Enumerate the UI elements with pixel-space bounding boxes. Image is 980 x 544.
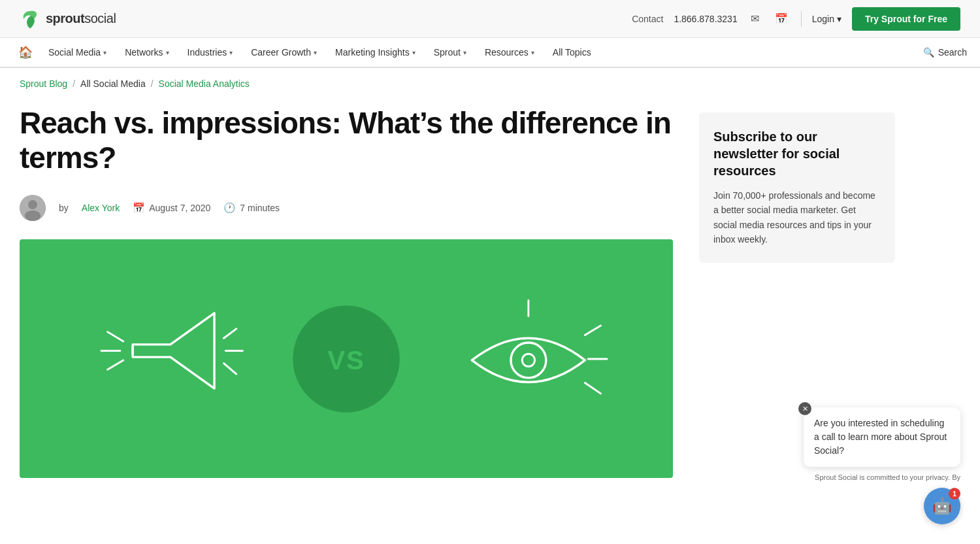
- chevron-down-icon: ▾: [463, 49, 466, 56]
- chevron-down-icon: ▾: [166, 49, 169, 56]
- newsletter-description: Join 70,000+ professionals and become a …: [713, 188, 881, 247]
- calendar-icon-button[interactable]: 📅: [772, 10, 791, 27]
- logo-text: sproutsocial: [46, 11, 116, 26]
- contact-label: Contact: [632, 14, 663, 24]
- chevron-down-icon: ▾: [837, 14, 841, 24]
- search-icon: 🔍: [923, 47, 934, 58]
- newsletter-title: Subscribe to our newsletter for social r…: [713, 128, 881, 179]
- article-main: Reach vs. impressions: What’s the differ…: [20, 106, 673, 478]
- nav-bar: 🏠 Social Media ▾ Networks ▾ Industries ▾…: [0, 38, 980, 68]
- chat-open-button[interactable]: 🤖 1: [924, 488, 960, 498]
- breadcrumb: Sprout Blog / All Social Media / Social …: [0, 68, 980, 99]
- calendar-icon: 📅: [133, 202, 145, 214]
- top-right-actions: Contact 1.866.878.3231 ✉ 📅 Login ▾ Try S…: [632, 7, 960, 31]
- svg-text:VS: VS: [327, 345, 365, 375]
- article-title: Reach vs. impressions: What’s the differ…: [20, 106, 673, 175]
- hero-image: VS: [20, 239, 673, 478]
- nav-item-resources[interactable]: Resources ▾: [477, 37, 542, 67]
- chat-privacy-text: Sprout Social is committed to your priva…: [815, 473, 960, 481]
- chevron-down-icon: ▾: [229, 49, 233, 56]
- chat-bot-icon: 🤖: [932, 497, 952, 498]
- article-date: 📅 August 7, 2020: [133, 202, 210, 214]
- chevron-down-icon: ▾: [531, 49, 534, 56]
- chat-bubble-text: Are you interested in scheduling a call …: [814, 418, 947, 456]
- chat-close-button[interactable]: ✕: [798, 402, 811, 415]
- author-avatar: [20, 195, 46, 221]
- logo[interactable]: sproutsocial: [20, 8, 116, 29]
- article-area: Reach vs. impressions: What’s the differ…: [0, 99, 915, 498]
- nav-item-social-media[interactable]: Social Media ▾: [41, 37, 114, 67]
- svg-point-2: [25, 211, 41, 221]
- breadcrumb-social-media-analytics[interactable]: Social Media Analytics: [159, 78, 250, 89]
- nav-item-career-growth[interactable]: Career Growth ▾: [243, 37, 325, 67]
- top-bar: sproutsocial Contact 1.866.878.3231 ✉ 📅 …: [0, 0, 980, 38]
- nav-item-sprout[interactable]: Sprout ▾: [426, 37, 474, 67]
- hero-illustration: VS: [20, 239, 673, 478]
- breadcrumb-all-social-media: All Social Media: [80, 78, 146, 89]
- chevron-down-icon: ▾: [103, 49, 106, 56]
- clock-icon: 🕐: [223, 202, 236, 214]
- nav-item-industries[interactable]: Industries ▾: [180, 37, 241, 67]
- chevron-down-icon: ▾: [314, 49, 317, 56]
- nav-search[interactable]: 🔍 Search: [923, 47, 967, 58]
- chat-notification-badge: 1: [949, 488, 960, 498]
- chat-bubble: ✕ Are you interested in scheduling a cal…: [804, 407, 960, 467]
- breadcrumb-sprout-blog[interactable]: Sprout Blog: [20, 78, 67, 89]
- nav-item-networks[interactable]: Networks ▾: [117, 37, 176, 67]
- article-read-time: 🕐 7 minutes: [223, 202, 280, 214]
- nav-item-all-topics[interactable]: All Topics: [545, 37, 599, 67]
- sprout-logo-icon: [20, 8, 41, 29]
- nav-item-marketing-insights[interactable]: Marketing Insights ▾: [327, 37, 423, 67]
- author-by-label: by: [59, 203, 69, 213]
- nav-home-icon[interactable]: 🏠: [13, 45, 38, 60]
- try-sprout-button[interactable]: Try Sprout for Free: [852, 7, 960, 31]
- chat-widget: ✕ Are you interested in scheduling a cal…: [804, 407, 960, 498]
- login-button[interactable]: Login ▾: [812, 14, 841, 24]
- author-name[interactable]: Alex York: [82, 203, 120, 213]
- svg-point-1: [28, 200, 37, 209]
- divider: [801, 11, 802, 27]
- article-meta: by Alex York 📅 August 7, 2020 🕐 7 minute…: [20, 195, 673, 221]
- breadcrumb-separator: /: [151, 78, 154, 89]
- breadcrumb-separator: /: [73, 78, 75, 89]
- avatar-image: [20, 195, 46, 221]
- phone-number[interactable]: 1.866.878.3231: [674, 14, 737, 24]
- chevron-down-icon: ▾: [412, 49, 416, 56]
- newsletter-box: Subscribe to our newsletter for social r…: [699, 112, 895, 263]
- email-icon-button[interactable]: ✉: [748, 10, 762, 27]
